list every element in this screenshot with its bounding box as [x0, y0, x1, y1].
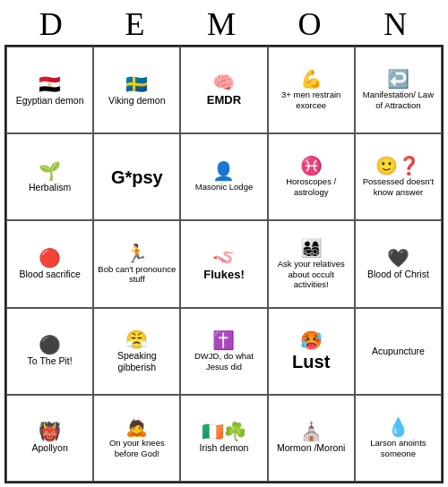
bingo-cell-19: Acupuncture [355, 308, 442, 395]
bingo-cell-9: 🙂❓Possessed doesn't know answer [355, 133, 442, 220]
bingo-grid: 🇪🇬Egyptian demon🇸🇪Viking demon🧠EMDR💪3+ m… [4, 45, 444, 483]
cell-text-15: To The Pit! [28, 355, 73, 367]
bingo-cell-22: 🇮🇪☘️Irish demon [180, 395, 267, 482]
cell-emoji-13: 👨‍👩‍👧‍👦 [300, 238, 323, 258]
bingo-cell-10: 🔴Blood sacrifice [6, 220, 93, 307]
cell-text-7: Masonic Lodge [195, 182, 253, 192]
cell-text-6: G*psy [111, 167, 163, 188]
title-row: D E M O N [0, 0, 448, 45]
cell-text-21: On your knees before God! [97, 438, 177, 459]
cell-emoji-11: 🏃 [125, 244, 148, 263]
bingo-cell-4: ↩️Manifestation/ Law of Attraction [355, 47, 442, 133]
cell-text-11: Bob can't pronounce stuff [97, 264, 177, 286]
cell-emoji-1: 🇸🇪 [125, 74, 148, 94]
cell-text-16: Speaking gibberish [97, 350, 177, 373]
cell-emoji-12: 🪱 [212, 247, 235, 267]
title-letter-n: N [383, 5, 409, 43]
cell-text-23: Mormon /Moroni [277, 442, 345, 454]
bingo-cell-18: 🥵Lust [268, 308, 355, 395]
cell-emoji-23: ⛪ [300, 422, 323, 441]
cell-emoji-9: 🙂❓ [375, 156, 420, 175]
bingo-cell-3: 💪3+ men restrain exorcee [268, 47, 355, 133]
cell-emoji-2: 🧠 [212, 73, 235, 92]
bingo-cell-21: 🙇On your knees before God! [93, 395, 180, 482]
cell-text-18: Lust [292, 351, 330, 372]
cell-emoji-10: 🔴 [39, 248, 61, 268]
cell-text-14: Blood of Christ [367, 269, 429, 280]
cell-text-4: Manifestation/ Law of Attraction [358, 90, 438, 111]
title-letter-o: O [298, 5, 323, 43]
cell-emoji-22: 🇮🇪☘️ [202, 422, 246, 441]
cell-text-13: Ask your relatives about occult activiti… [271, 259, 351, 291]
bingo-cell-7: 👤Masonic Lodge [180, 133, 267, 220]
cell-emoji-21: 🙇 [125, 417, 148, 437]
cell-emoji-16: 😤 [125, 329, 148, 349]
bingo-cell-0: 🇪🇬Egyptian demon [6, 47, 93, 133]
cell-emoji-4: ↩️ [387, 69, 409, 89]
cell-emoji-15: ⚫ [39, 335, 61, 355]
cell-text-10: Blood sacrifice [19, 269, 80, 280]
bingo-cell-12: 🪱Flukes! [180, 220, 267, 307]
cell-text-2: EMDR [207, 93, 241, 107]
cell-text-22: Irish demon [200, 442, 249, 454]
cell-text-12: Flukes! [203, 268, 245, 282]
cell-emoji-18: 🥵 [300, 330, 323, 350]
bingo-cell-15: ⚫To The Pit! [6, 308, 93, 395]
cell-text-9: Possessed doesn't know answer [358, 176, 438, 198]
bingo-cell-11: 🏃Bob can't pronounce stuff [93, 220, 180, 307]
cell-text-17: DWJD, do what Jesus did [184, 351, 263, 372]
cell-emoji-7: 👤 [212, 161, 235, 181]
cell-text-19: Acupuncture [372, 346, 425, 357]
cell-emoji-5: 🌱 [39, 161, 61, 181]
cell-text-3: 3+ men restrain exorcee [271, 90, 351, 111]
title-letter-e: E [125, 5, 146, 43]
title-letter-m: M [207, 5, 237, 43]
bingo-cell-6: G*psy [93, 133, 180, 220]
bingo-cell-1: 🇸🇪Viking demon [93, 47, 180, 133]
bingo-cell-23: ⛪Mormon /Moroni [268, 395, 355, 482]
bingo-cell-24: 💧Larson anoints someone [355, 395, 442, 482]
cell-emoji-24: 💧 [387, 417, 409, 437]
cell-text-24: Larson anoints someone [358, 438, 438, 459]
bingo-cell-2: 🧠EMDR [180, 47, 267, 133]
cell-emoji-20: 👹 [39, 422, 61, 441]
bingo-cell-17: ✝️DWJD, do what Jesus did [180, 308, 267, 395]
bingo-cell-5: 🌱Herbalism [6, 133, 93, 220]
cell-emoji-3: 💪 [300, 69, 323, 89]
bingo-cell-13: 👨‍👩‍👧‍👦Ask your relatives about occult a… [268, 220, 355, 307]
cell-emoji-14: 🖤 [387, 248, 409, 268]
cell-text-0: Egyptian demon [16, 95, 84, 107]
cell-text-1: Viking demon [108, 95, 165, 107]
cell-emoji-17: ✝️ [212, 330, 235, 350]
bingo-cell-8: ♓Horoscopes / astrology [268, 133, 355, 220]
cell-text-20: Apollyon [31, 442, 67, 454]
cell-text-8: Horoscopes / astrology [271, 176, 351, 198]
cell-emoji-8: ♓ [300, 156, 323, 175]
bingo-cell-16: 😤Speaking gibberish [93, 308, 180, 395]
title-letter-d: D [39, 5, 65, 43]
cell-emoji-0: 🇪🇬 [39, 74, 61, 94]
bingo-cell-20: 👹Apollyon [6, 395, 93, 482]
bingo-cell-14: 🖤Blood of Christ [355, 220, 442, 307]
cell-text-5: Herbalism [29, 182, 71, 193]
